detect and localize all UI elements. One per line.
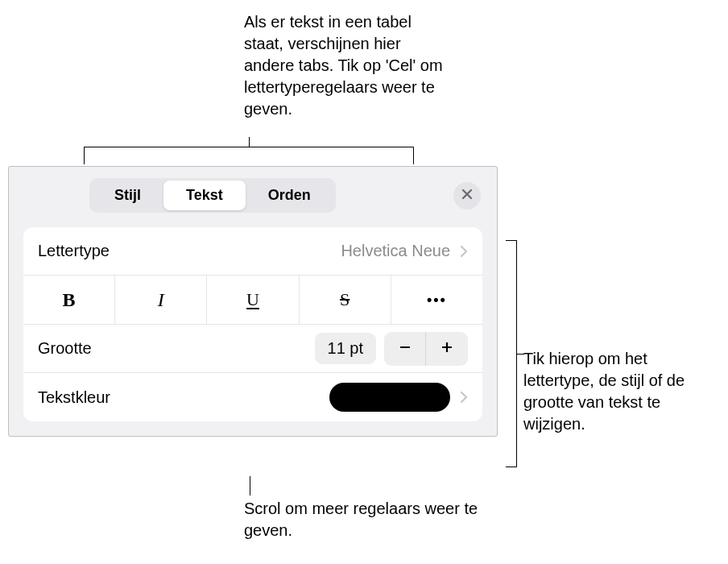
panel-tabbar: Stijl Tekst Orden	[9, 167, 497, 224]
plus-icon	[440, 340, 454, 357]
font-label: Lettertype	[38, 242, 110, 260]
minus-icon	[398, 340, 412, 357]
font-value: Helvetica Neue	[341, 242, 450, 260]
underline-button[interactable]: U	[207, 276, 299, 324]
text-settings-card: Lettertype Helvetica Neue B I U S •••	[23, 227, 482, 421]
size-label: Grootte	[38, 339, 92, 358]
text-style-row: B I U S •••	[23, 276, 482, 325]
underline-icon: U	[246, 289, 259, 310]
text-color-swatch[interactable]	[329, 383, 450, 412]
more-icon: •••	[427, 292, 447, 309]
strikethrough-icon: S	[340, 289, 350, 310]
tab-style[interactable]: Stijl	[92, 180, 163, 210]
callout-bracket-top	[84, 147, 414, 164]
text-color-row[interactable]: Tekstkleur	[23, 373, 482, 421]
close-icon	[461, 189, 473, 202]
italic-icon: I	[158, 289, 164, 311]
close-button[interactable]	[453, 182, 481, 209]
annotation-tabs: Als er tekst in een tabel staat, verschi…	[244, 11, 453, 120]
bold-icon: B	[63, 289, 76, 311]
bold-button[interactable]: B	[23, 276, 115, 324]
callout-line-bottom	[250, 476, 250, 496]
size-value-button[interactable]: 11 pt	[315, 333, 376, 364]
size-decrease-button[interactable]	[384, 332, 426, 366]
tab-arrange[interactable]: Orden	[246, 180, 333, 210]
size-stepper	[384, 332, 468, 366]
size-row: Grootte 11 pt	[23, 325, 482, 373]
chevron-right-icon	[460, 245, 468, 258]
annotation-scroll-hint: Scrol om meer regelaars weer te geven.	[244, 498, 486, 541]
tab-text[interactable]: Tekst	[163, 180, 246, 210]
callout-bracket-right	[506, 240, 517, 467]
font-row[interactable]: Lettertype Helvetica Neue	[23, 227, 482, 276]
size-controls: 11 pt	[315, 332, 468, 366]
tab-segmented-control: Stijl Tekst Orden	[89, 178, 336, 213]
format-panel: Stijl Tekst Orden Lettertype Helvetica N…	[8, 166, 498, 437]
size-increase-button[interactable]	[426, 332, 468, 366]
chevron-right-icon	[460, 391, 468, 404]
more-styles-button[interactable]: •••	[391, 276, 482, 324]
annotation-font-controls: Tik hierop om het lettertype, de stijl o…	[523, 348, 717, 435]
strikethrough-button[interactable]: S	[300, 276, 391, 324]
text-color-label: Tekstkleur	[38, 388, 110, 407]
italic-button[interactable]: I	[115, 276, 207, 324]
